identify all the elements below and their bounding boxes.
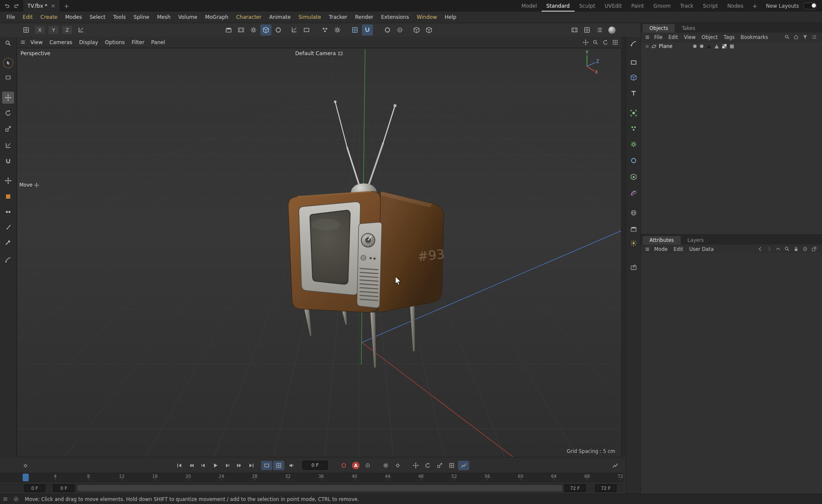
environment-icon[interactable] <box>628 207 639 218</box>
symmetry-tool[interactable] <box>2 206 14 218</box>
expand-toggle[interactable] <box>645 45 649 48</box>
record-scale-button[interactable] <box>434 461 445 470</box>
material-manager-button[interactable] <box>581 24 593 36</box>
workplane-grid-button[interactable] <box>301 24 312 36</box>
autokey-button[interactable]: A <box>350 461 361 470</box>
axis-gizmo[interactable]: Y Z X <box>576 50 600 74</box>
sound-button[interactable] <box>286 461 297 470</box>
generator-icon[interactable] <box>628 107 639 119</box>
orbit-view-icon[interactable] <box>602 39 608 45</box>
simulate-settings-button[interactable] <box>394 24 405 36</box>
move-tool[interactable] <box>2 92 14 104</box>
camera-select-icon[interactable] <box>338 51 343 56</box>
text-object-icon[interactable] <box>628 88 639 99</box>
redo-icon[interactable] <box>12 2 21 10</box>
knife-tool[interactable] <box>2 236 14 248</box>
range-end-field[interactable]: 72 F <box>564 484 586 492</box>
snap-tool[interactable] <box>2 155 14 167</box>
menu-item[interactable]: Edit <box>19 14 36 20</box>
normals-tag-icon[interactable] <box>707 45 711 48</box>
gouraud-shading-button[interactable] <box>260 24 271 36</box>
record-button[interactable] <box>338 461 349 470</box>
add-tab-button[interactable]: + <box>60 3 73 9</box>
parent-icon[interactable] <box>775 246 781 252</box>
viewport-menu-item[interactable]: Filter <box>128 39 148 45</box>
simulate-button[interactable] <box>382 24 393 36</box>
menu-item[interactable]: Animate <box>265 14 295 20</box>
goto-end-button[interactable] <box>246 461 257 470</box>
current-frame-field[interactable]: 0 F <box>302 461 328 470</box>
status-menu-icon[interactable] <box>0 496 11 502</box>
layout-tab[interactable]: Nodes <box>723 0 748 12</box>
modeling-generator-icon[interactable] <box>628 123 639 134</box>
add-layout-button[interactable]: + <box>748 3 762 9</box>
view-options-icon[interactable] <box>811 34 817 40</box>
viewport-menu-item[interactable]: Display <box>76 39 101 45</box>
coordinate-tool[interactable] <box>2 140 14 152</box>
next-frame-button[interactable] <box>222 461 233 470</box>
tab-takes[interactable]: Takes <box>675 24 702 33</box>
attr-search-icon[interactable] <box>784 246 790 252</box>
deformer-bend-icon[interactable] <box>628 188 639 199</box>
material-tag-icon[interactable] <box>730 45 734 48</box>
objects-menu-item[interactable]: File <box>651 34 665 40</box>
timeline-ruler[interactable]: 4812162024283236404448525660646872 <box>0 473 623 482</box>
menu-item[interactable]: Tracker <box>325 14 351 20</box>
key-diamond-icon[interactable] <box>20 461 31 470</box>
menu-item[interactable]: Mesh <box>153 14 175 20</box>
key-interpolation-button[interactable] <box>392 461 403 470</box>
sync-icon[interactable] <box>802 246 808 252</box>
axis-modification-tool[interactable] <box>2 175 14 187</box>
light-icon[interactable] <box>628 238 639 249</box>
spline-pen-icon[interactable] <box>628 38 639 49</box>
field-icon[interactable] <box>628 155 639 166</box>
coordinate-system-button[interactable] <box>21 24 32 36</box>
sculpt-tablet-icon[interactable] <box>628 262 639 273</box>
attributes-menu-item[interactable]: Mode <box>651 246 670 252</box>
content-browser-button[interactable] <box>423 24 435 36</box>
play-mode-button[interactable] <box>261 461 272 470</box>
layout-tab[interactable]: Model <box>517 0 542 12</box>
tab-attributes[interactable]: Attributes <box>643 236 681 245</box>
range-max-field[interactable]: 72 F <box>595 484 616 492</box>
layout-tab[interactable]: Groom <box>649 0 675 12</box>
render-view-button[interactable] <box>223 24 234 36</box>
keyframe-selection-button[interactable] <box>362 461 373 470</box>
enable-snap-button[interactable] <box>349 24 360 36</box>
layout-tab[interactable]: Standard <box>542 0 575 12</box>
range-slider[interactable] <box>77 485 563 492</box>
loop-button[interactable] <box>273 461 284 470</box>
stage-icon[interactable] <box>628 224 639 235</box>
menu-item[interactable]: File <box>3 14 19 20</box>
search-icon[interactable] <box>784 34 790 40</box>
play-button[interactable] <box>210 461 221 470</box>
camera-label[interactable]: Default Camera <box>295 51 343 57</box>
workplane-mode-tool[interactable] <box>2 191 14 203</box>
picture-viewer-button[interactable] <box>569 24 580 36</box>
spline-primitive-icon[interactable] <box>628 57 639 68</box>
dolly-view-icon[interactable] <box>593 39 599 45</box>
history-forward-icon[interactable] <box>766 246 772 252</box>
spline-smooth-tool[interactable] <box>2 253 14 265</box>
scene-canvas[interactable]: #93 <box>17 48 621 457</box>
record-parameter-button[interactable] <box>446 461 457 470</box>
modeling-settings-button[interactable] <box>319 24 331 36</box>
home-icon[interactable] <box>793 34 799 40</box>
new-layouts-toggle[interactable] <box>803 3 817 9</box>
lock-y-axis-button[interactable]: Y <box>48 25 59 35</box>
playhead[interactable] <box>23 474 29 481</box>
volume-icon[interactable] <box>628 171 639 182</box>
menu-item[interactable]: Window <box>413 14 441 20</box>
viewport-menu-item[interactable]: View <box>27 39 46 45</box>
lock-x-axis-button[interactable]: X <box>34 25 45 35</box>
history-back-icon[interactable] <box>757 246 763 252</box>
attributes-menu-item[interactable]: Edit <box>670 246 686 252</box>
tool-settings-button[interactable] <box>332 24 343 36</box>
filter-icon[interactable] <box>802 34 808 40</box>
timeline-window-button[interactable] <box>594 24 605 36</box>
record-pla-button[interactable] <box>458 461 469 470</box>
phong-tag-icon[interactable] <box>715 45 719 48</box>
viewport-menu-item[interactable]: Cameras <box>46 39 75 45</box>
menu-item[interactable]: Character <box>232 14 265 20</box>
render-picture-viewer-button[interactable] <box>235 24 247 36</box>
